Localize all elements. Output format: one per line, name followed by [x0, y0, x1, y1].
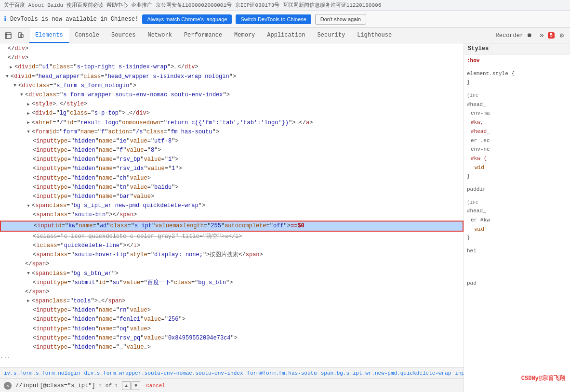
html-line: <input type="hidden" name="rsv_bp" value…	[0, 155, 464, 164]
tab-performance[interactable]: Performance	[178, 28, 228, 43]
breadcrumb-item-1[interactable]: iv.s_form.s_form_nologin	[2, 370, 82, 376]
search-clear-button[interactable]: ✕	[4, 382, 12, 390]
html-line: ▼ <div class="s_form_wrapper soutu-env-n…	[0, 91, 464, 100]
cancel-label[interactable]: Cancel	[146, 383, 165, 389]
switch-devtools-button[interactable]: Switch DevTools to Chinese	[236, 14, 311, 24]
styles-content[interactable]: :hov element.style { } (inc #head_ env-m…	[464, 54, 570, 392]
html-line: ▼ <span class="bg s_btn_wr">	[0, 269, 464, 278]
recorder-label: Recorder ⏺	[496, 32, 533, 39]
search-query: //input[@class="s_ipt"]	[15, 382, 95, 389]
html-line: <input type="hidden" name="ie" value="ut…	[0, 137, 464, 146]
notification-text: DevTools is now available in Chinese!	[10, 16, 138, 23]
dont-show-again-button[interactable]: Don't show again	[315, 14, 366, 25]
html-line: <input type="hidden" name="rn" value>	[0, 306, 464, 315]
tab-sources[interactable]: Sources	[106, 28, 142, 43]
html-line: <span class="soutu-hover-tip" style="dis…	[0, 250, 464, 260]
tabs-right-area: Recorder ⏺ » 5 ⚙	[490, 28, 570, 43]
search-nav-buttons: ▲ ▼	[122, 381, 140, 390]
html-line: ▶ <style> … </style>	[0, 100, 464, 109]
devtools-tabs-bar: Elements Console Sources Network Perform…	[0, 28, 570, 43]
breadcrumb-item-2[interactable]: div.s_form_wrapper.soutu-env-nomac.soutu…	[82, 370, 245, 376]
html-line-dots: ...	[0, 352, 464, 361]
styles-rule-2: (inc #head_ er #kw wid }	[467, 198, 567, 243]
more-tabs-button[interactable]: »	[537, 30, 546, 41]
tab-console[interactable]: Console	[69, 28, 106, 43]
html-line: ▶ <div id="u1" class="s-top-right s-isin…	[0, 63, 464, 72]
html-line: </span>	[0, 287, 464, 297]
html-line: ▶ <span class="tools"> … </span>	[0, 297, 464, 306]
devtools-notification: ℹ DevTools is now available in Chinese! …	[0, 11, 570, 28]
devtools-icon-area	[0, 28, 29, 43]
html-line: ▶ <a href="/" id="result_logo" onmousedo…	[0, 118, 464, 128]
tab-security[interactable]: Security	[312, 28, 352, 43]
styles-hover-section: :hov	[467, 56, 567, 65]
styles-rule-1: (inc #head_ env-ma #kw, #head_ er .sc en…	[467, 91, 567, 181]
html-line: ▼ <span class="bg s_ipt_wr new-pmd quick…	[0, 201, 464, 210]
html-line: <i class="quickdelete-line"></i>	[0, 241, 464, 250]
html-line: ▼ <div id="head_wrapper" class="head_wra…	[0, 72, 464, 81]
search-next-button[interactable]: ▼	[132, 381, 140, 390]
html-line: <input type="hidden" name="rsv_idx" valu…	[0, 164, 464, 173]
watermark: CSDNy@宗旨飞翔	[521, 374, 565, 382]
html-line: <input type="hidden" name="tn" value="ba…	[0, 183, 464, 192]
badge-count: 5	[548, 32, 555, 39]
tab-memory[interactable]: Memory	[228, 28, 261, 43]
html-line: <input type="hidden" name="fenlei" value…	[0, 315, 464, 324]
html-line: <input type="submit" id="su" value="百度一下…	[0, 278, 464, 287]
tab-elements[interactable]: Elements	[29, 28, 69, 43]
recorder-button[interactable]: Recorder ⏺	[493, 31, 536, 40]
html-line: ▼ <form id="form" name="f" action="/s" c…	[0, 128, 464, 137]
html-line: ▼ <div class="s_form s_form_nologin">	[0, 81, 464, 91]
breadcrumb-bar: iv.s_form.s_form_nologin div.s_form_wrap…	[0, 367, 464, 379]
tab-lighthouse[interactable]: Lighthouse	[351, 28, 398, 43]
device-toggle-icon[interactable]	[15, 30, 26, 41]
html-content[interactable]: </div> </div> ▶ <div id="u1" class="s-to…	[0, 43, 464, 367]
html-line: <input type="hidden" name="oq" value>	[0, 325, 464, 334]
html-line-selected[interactable]: <input id="kw" name="wd" class="s_ipt" v…	[0, 221, 464, 232]
info-icon: ℹ	[4, 15, 6, 23]
breadcrumb-item-3[interactable]: form#form.fm.has-soutu	[245, 370, 319, 376]
inspect-element-icon[interactable]	[3, 30, 13, 41]
tab-network[interactable]: Network	[142, 28, 178, 43]
svg-rect-0	[5, 33, 11, 39]
browser-top-bar: 关于百度 About Baidu 使用百度前必读 帮助中心 企业推广 京公网安备…	[0, 0, 570, 11]
styles-pad-section: pad	[467, 279, 567, 288]
styles-panel: Styles :hov element.style { } (inc #head…	[464, 43, 570, 392]
tab-application[interactable]: Application	[261, 28, 311, 43]
html-line: ▶ <div id="lg" class="s-p-top"> … </div>	[0, 109, 464, 118]
breadcrumb-item-5[interactable]: input#kw.s_ipt	[453, 370, 464, 376]
html-line: </div>	[0, 53, 464, 63]
search-prev-button[interactable]: ▲	[122, 381, 131, 390]
devtools-main: </div> </div> ▶ <div id="u1" class="s-to…	[0, 43, 570, 392]
html-panel: </div> </div> ▶ <div id="u1" class="s-to…	[0, 43, 464, 392]
html-line: <i class="c-icon quickdelete c-color-gra…	[0, 232, 464, 241]
html-line: </div>	[0, 44, 464, 53]
settings-icon[interactable]: ⚙	[557, 30, 567, 41]
styles-element-section: element.style { }	[467, 69, 567, 87]
breadcrumb-item-4[interactable]: span.bg.s_ipt_wr.new-pmd.quickdelete-wra…	[319, 370, 453, 376]
html-line: </span>	[0, 260, 464, 269]
html-line: <input type="hidden" name="f" value="8">	[0, 146, 464, 155]
html-line: <input type="hidden" name="bar" value>	[0, 192, 464, 201]
styles-hei-section: hei	[467, 247, 567, 256]
styles-padding-section: paddir	[467, 185, 567, 194]
browser-bar-text: 关于百度 About Baidu 使用百度前必读 帮助中心 企业推广 京公网安备…	[4, 1, 381, 9]
html-line: <input type="hidden" name="ch" value>	[0, 174, 464, 183]
html-line: <input type="hidden" name="…" value… >	[0, 343, 464, 352]
html-line: <span class="soutu-btn"></span>	[0, 210, 464, 220]
always-match-button[interactable]: Always match Chrome's language	[142, 14, 232, 24]
search-result-count: 1 of 1	[99, 383, 119, 389]
styles-panel-header: Styles	[464, 43, 570, 54]
svg-rect-3	[18, 33, 22, 38]
html-line: <input type="hidden" name="rsv_pq" value…	[0, 334, 464, 343]
search-bar: ✕ //input[@class="s_ipt"] 1 of 1 ▲ ▼ Can…	[0, 379, 464, 392]
